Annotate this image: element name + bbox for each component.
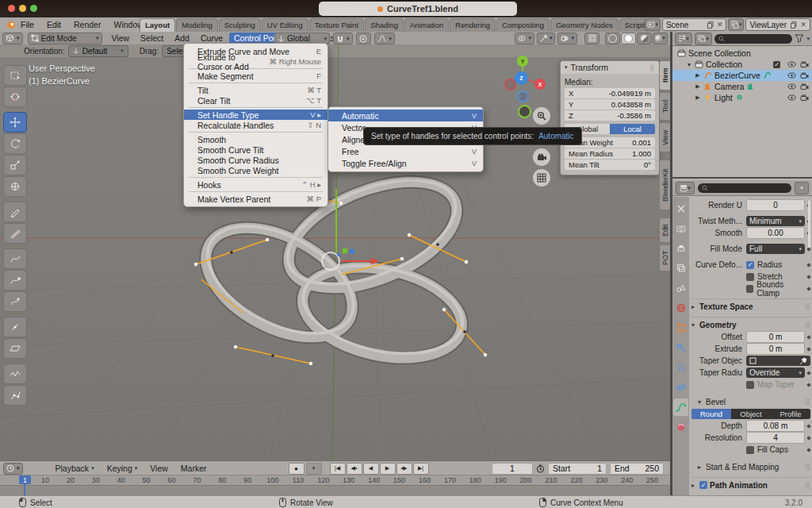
tool-shear[interactable]: [3, 338, 27, 359]
close-window-button[interactable]: [8, 5, 15, 12]
animate-property-dot[interactable]: [806, 424, 811, 429]
next-keyframe-button[interactable]: •▶: [396, 463, 412, 475]
outliner-row-light[interactable]: ▶Light: [672, 92, 812, 103]
sidebar-tab-edit[interactable]: Edit: [659, 217, 671, 243]
median-x-field[interactable]: X-0.049919 m: [565, 88, 655, 98]
viewport-menu-add[interactable]: Add: [170, 33, 194, 44]
properties-tab-scene[interactable]: [673, 279, 688, 297]
animate-property-dot[interactable]: [806, 275, 811, 279]
shading-rendered-button[interactable]: ▾: [653, 33, 668, 44]
tool-measure[interactable]: [3, 223, 27, 244]
prop-taper-radiu-dropdown[interactable]: Override▾: [746, 368, 805, 378]
view-layer-icon[interactable]: ▾: [728, 18, 744, 31]
prop-extrude-value[interactable]: 0 m: [746, 343, 805, 355]
prop-smooth-value[interactable]: 0.00: [746, 227, 805, 239]
properties-scrollbar[interactable]: [808, 200, 810, 248]
disable-render-icon[interactable]: [800, 72, 809, 79]
menu-item-extrude-to-cursor-or-add[interactable]: Extrude to Cursor or Add⌘ Right Mouse: [184, 56, 327, 67]
filter-funnel-icon[interactable]: [795, 34, 804, 43]
bevel-type-profile[interactable]: Profile: [771, 409, 810, 419]
blender-logo-icon[interactable]: [6, 20, 16, 30]
mean-radius-field[interactable]: Mean Radius1.000: [565, 148, 655, 159]
properties-tab-tool[interactable]: [673, 200, 688, 217]
hide-eye-icon[interactable]: [787, 83, 796, 90]
timeline-track-area[interactable]: [0, 485, 670, 496]
outliner-filter-mode-button[interactable]: ▾: [695, 33, 712, 45]
play-reverse-button[interactable]: ◀: [363, 463, 379, 475]
outliner-properties-divider[interactable]: [672, 177, 812, 179]
workspace-tab-uv-editing[interactable]: UV Editing: [262, 18, 308, 32]
show-overlays-toggle[interactable]: ▾: [557, 33, 577, 44]
remove-view-layer-icon[interactable]: ✕: [800, 21, 806, 29]
sidebar-tab-blenderkit[interactable]: BlenderKit: [659, 160, 671, 210]
properties-tab-world[interactable]: [673, 299, 688, 317]
tool-randomize[interactable]: [3, 364, 27, 384]
sidebar-tab-tool[interactable]: Tool: [659, 92, 671, 121]
bevel-type-object[interactable]: Object: [731, 409, 771, 419]
new-view-layer-icon[interactable]: [791, 21, 797, 29]
prop-render-u-value[interactable]: 0: [746, 199, 805, 211]
properties-tab-object[interactable]: [673, 319, 688, 337]
menu-item-tilt[interactable]: Tilt⌘ T: [184, 85, 327, 95]
tool-scale[interactable]: [3, 155, 27, 175]
checkbox-fill-caps[interactable]: [746, 446, 754, 454]
disable-render-icon[interactable]: [800, 94, 809, 102]
section-checkbox[interactable]: ✓: [699, 481, 707, 489]
transform-panel-header[interactable]: ▾Transform⣿: [561, 61, 659, 74]
tool-select-box[interactable]: [3, 65, 27, 86]
animate-property-dot[interactable]: [806, 335, 811, 340]
auto-keying-button[interactable]: ●: [289, 463, 304, 475]
minimize-window-button[interactable]: [19, 5, 26, 12]
timeline-menu-playback[interactable]: Playback▾: [50, 464, 100, 473]
view-layer-name-field[interactable]: ViewLayer ✕: [745, 18, 810, 31]
previous-keyframe-button[interactable]: ◀•: [347, 463, 362, 475]
tool-draw-curve[interactable]: [3, 248, 27, 269]
viewport-menu-view[interactable]: View: [107, 33, 135, 44]
bevel-type-round[interactable]: Round: [691, 409, 731, 419]
zoom-window-button[interactable]: [30, 5, 37, 12]
shading-material-button[interactable]: [637, 33, 652, 44]
tool-rotate[interactable]: [3, 133, 27, 154]
menu-item-make-segment[interactable]: Make SegmentF: [184, 71, 327, 81]
properties-options-button[interactable]: ▾: [795, 182, 809, 194]
properties-tab-particles[interactable]: [673, 359, 688, 376]
animate-property-dot[interactable]: [806, 347, 811, 352]
workspace-tab-texture-paint[interactable]: Texture Paint: [309, 18, 364, 32]
show-object-types-selector[interactable]: ▾: [515, 33, 534, 44]
frame-end-field[interactable]: End250: [610, 463, 664, 475]
prop-depth-value[interactable]: 0.08 m: [746, 420, 805, 432]
axis-x-negative[interactable]: [504, 79, 516, 90]
hide-eye-icon[interactable]: [787, 94, 796, 101]
submenu-item-automatic[interactable]: AutomaticV: [328, 110, 483, 121]
menu-item-make-vertex-parent[interactable]: Make Vertex Parent⌘ P: [184, 194, 327, 204]
auto-keying-options-button[interactable]: ▾: [306, 463, 322, 475]
snap-toggle[interactable]: ▾: [333, 33, 353, 44]
menu-item-recalculate-handles[interactable]: Recalculate Handles⇧ N: [184, 120, 327, 130]
animate-property-dot[interactable]: [806, 371, 811, 375]
outliner-row-collection[interactable]: ▼Collection✓: [672, 59, 812, 70]
disable-render-icon[interactable]: [800, 83, 809, 90]
outliner-search-input[interactable]: [714, 34, 792, 44]
menu-item-smooth-curve-radius[interactable]: Smooth Curve Radius: [184, 155, 327, 165]
axis-y-negative[interactable]: [518, 105, 531, 118]
proportional-falloff-selector[interactable]: ▾: [374, 33, 396, 44]
tool-extrude-curve[interactable]: [3, 291, 27, 312]
menu-render[interactable]: Render: [74, 20, 101, 29]
animate-property-dot[interactable]: [806, 383, 811, 387]
properties-tab-modifiers[interactable]: [673, 339, 688, 356]
axis-y-positive[interactable]: Y: [517, 56, 528, 67]
viewport-menu-select[interactable]: Select: [136, 33, 168, 44]
workspace-tab-modeling[interactable]: Modeling: [176, 18, 218, 32]
outliner-display-mode-button[interactable]: ▾: [675, 33, 692, 45]
toggle-orthographic-button[interactable]: [533, 169, 550, 187]
mode-selector[interactable]: Edit Mode▾: [28, 33, 102, 44]
checkbox-map-taper[interactable]: [746, 381, 754, 389]
menu-item-hooks[interactable]: Hooks⌃ H ▸: [184, 179, 327, 190]
tool-transform[interactable]: [3, 176, 27, 197]
workspace-tab-animation[interactable]: Animation: [404, 18, 449, 32]
show-gizmo-toggle[interactable]: ▾: [537, 33, 556, 44]
tool-cursor[interactable]: [3, 87, 27, 107]
menu-item-smooth-curve-weight[interactable]: Smooth Curve Weight: [184, 165, 327, 175]
outliner-row-scene-collection[interactable]: Scene Collection: [672, 48, 812, 59]
prop-offset-value[interactable]: 0 m: [746, 331, 805, 343]
